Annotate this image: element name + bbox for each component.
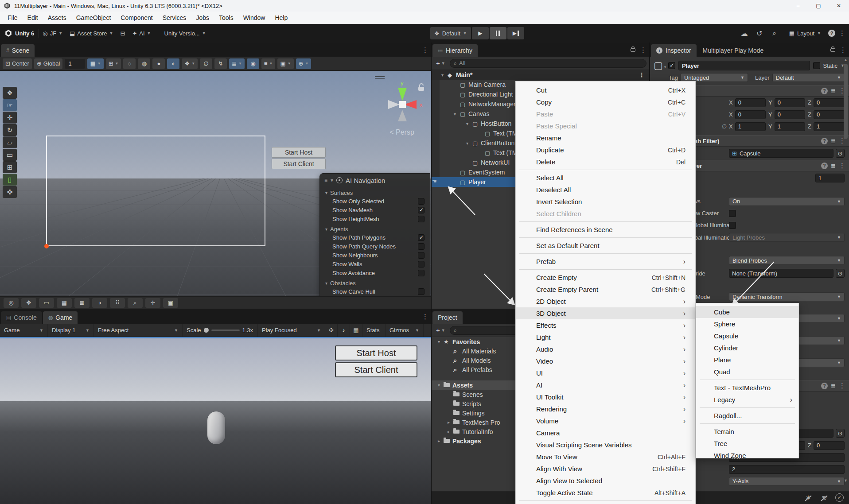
ai-nav-row[interactable]: ▾ Show Carve Hull <box>320 287 430 296</box>
ai-button[interactable]: ✦AI▼ <box>129 28 154 39</box>
context-menu-item[interactable]: Select Children › <box>516 208 695 220</box>
scene-viewport[interactable]: Start Host Start Client y x < Persp ❖☞✛↻… <box>0 71 431 309</box>
submenu-item[interactable]: Capsule › <box>696 330 798 342</box>
submenu-item[interactable]: Cube › <box>696 306 798 318</box>
ai-nav-row[interactable]: ▾ Show Neighbours <box>320 251 430 260</box>
submenu-item[interactable]: Legacy › <box>696 394 798 406</box>
ai-nav-row[interactable]: ▾ Show Only Selected <box>320 197 430 205</box>
context-menu-item[interactable]: Rename › <box>516 132 695 144</box>
ai-nav-row[interactable]: ▾ Show Avoidance <box>320 268 430 277</box>
position-z-field[interactable]: 0 <box>814 98 845 107</box>
submenu-item[interactable]: › <box>696 422 798 426</box>
context-menu-item[interactable]: AI › <box>516 379 695 391</box>
search-icon[interactable]: ⌕ <box>767 27 782 39</box>
scale-tool-icon[interactable]: ▱ <box>3 136 17 148</box>
foldout-arrow-icon[interactable] <box>438 438 444 443</box>
layer-dropdown[interactable]: Default▼ <box>772 73 845 82</box>
active-checkbox[interactable] <box>668 62 675 69</box>
tool-handle-pivot-dropdown[interactable]: ⊡Center▼ <box>3 58 32 69</box>
scrollbar-thumb[interactable] <box>844 64 848 139</box>
rotation-z-field[interactable]: 0 <box>814 110 845 119</box>
context-menu-item[interactable]: › <box>516 268 695 271</box>
unlit-mode-icon[interactable]: ●▼ <box>152 58 165 69</box>
cloud-icon[interactable]: ☁ <box>737 27 752 39</box>
checkbox[interactable] <box>418 252 424 259</box>
tool-select-icon[interactable]: ❖ <box>3 87 17 99</box>
cast-shadows-dropdown[interactable]: On▼ <box>729 197 845 206</box>
hierarchy-search-input[interactable]: ⌕All <box>450 59 646 68</box>
camera-grid-icon[interactable]: ▦ <box>57 298 72 308</box>
direction-dropdown[interactable]: Y-Axis▼ <box>729 477 845 486</box>
checkbox[interactable] <box>418 288 424 295</box>
transform-tool-icon[interactable]: ⊞ <box>3 161 17 173</box>
context-menu-item[interactable]: Paste Ctrl+V › <box>516 108 695 120</box>
context-menu-item[interactable]: Video › <box>516 355 695 367</box>
ai-nav-row[interactable]: ▾ Show Path Query Nodes <box>320 242 430 251</box>
mesh-object-field[interactable]: ⊞Capsule <box>729 149 833 158</box>
foldout-arrow-icon[interactable] <box>441 73 448 78</box>
ai-nav-row[interactable]: ▾ Show Walls <box>320 260 430 268</box>
shaded-mode-icon[interactable]: ◌▼ <box>123 58 136 69</box>
submenu-item[interactable]: Ragdoll... › <box>696 410 798 422</box>
context-menu-item[interactable]: Delete Del › <box>516 156 695 168</box>
tab-inspector[interactable]: Inspector <box>651 44 697 57</box>
frame-crop-icon[interactable]: ▭ <box>39 298 54 308</box>
game-start-client-button[interactable]: Start Client <box>335 362 417 377</box>
submenu-item[interactable]: Wind Zone › <box>696 450 798 461</box>
step-button[interactable]: ▶ <box>507 27 524 39</box>
presets-icon[interactable]: ≣ <box>831 383 836 389</box>
lock-icon[interactable] <box>631 48 635 52</box>
context-menu-item[interactable]: Rendering › <box>516 403 695 415</box>
game-kebab-icon[interactable]: ⋮ <box>422 313 428 321</box>
ai-navigation-tool-icon[interactable]: ▯ <box>3 174 17 186</box>
debug-icon[interactable]: ✣ <box>325 324 338 337</box>
scene-visibility-icon[interactable]: ◉▼ <box>247 58 259 69</box>
pause-button[interactable] <box>490 27 506 39</box>
zoom-icon[interactable]: ⌕ <box>128 298 143 308</box>
play-button[interactable]: ▶ <box>472 27 489 39</box>
context-menu-item[interactable]: Camera › <box>516 427 695 439</box>
gizmos-dropdown[interactable]: Gizmos▼ <box>386 324 424 337</box>
inspector-scrollbar[interactable]: ▲ ▼ <box>843 58 849 490</box>
height-field[interactable]: 2 <box>729 465 845 474</box>
presets-icon[interactable]: ≣ <box>831 88 836 94</box>
menubar-item[interactable]: Jobs <box>191 12 214 24</box>
context-menu-item[interactable]: › <box>516 499 695 503</box>
static-shadow-caster-checkbox[interactable] <box>729 210 736 217</box>
context-menu-item[interactable]: Create Empty Ctrl+Shift+N › <box>516 271 695 283</box>
submenu-item[interactable]: › <box>696 406 798 410</box>
context-menu-item[interactable]: Align With View Ctrl+Shift+F › <box>516 463 695 475</box>
tab-hierarchy[interactable]: ≔Hierarchy <box>432 44 478 57</box>
submenu-item[interactable]: Quad › <box>696 366 798 378</box>
context-menu-item[interactable]: Audio › <box>516 343 695 355</box>
scale-z-field[interactable]: 1 <box>814 122 845 131</box>
game-start-host-button[interactable]: Start Host <box>335 345 417 361</box>
tool-handle-rotation-dropdown[interactable]: ⊕Global▼ <box>34 58 62 69</box>
inspector-kebab-icon[interactable]: ⋮ <box>840 46 846 54</box>
display-target-dropdown[interactable]: Game▼ <box>0 324 48 337</box>
checkbox[interactable] <box>418 198 424 205</box>
center-z-field[interactable]: 0 <box>814 441 845 450</box>
tab-scene[interactable]: #Scene <box>1 44 35 57</box>
context-menu-item[interactable]: Effects › <box>516 319 695 331</box>
foldout-arrow-icon[interactable] <box>466 141 472 146</box>
context-menu-item[interactable]: 3D Object › <box>516 307 695 319</box>
position-x-field[interactable]: 0 <box>735 98 766 107</box>
context-menu-item[interactable]: Copy Ctrl+C › <box>516 96 695 108</box>
layout-dropdown[interactable]: ▦Layout▼ <box>786 28 825 39</box>
presets-icon[interactable]: ≣ <box>831 138 836 144</box>
audio-mute-icon[interactable]: ∅▼ <box>200 58 212 69</box>
ai-nav-row[interactable]: ▾ Show NavMesh <box>320 205 430 214</box>
ray-tracing-mode-dropdown[interactable]: Dynamic Transform▼ <box>729 292 845 301</box>
submenu-item[interactable]: › <box>696 378 798 382</box>
checkbox[interactable] <box>418 216 424 222</box>
checkbox[interactable] <box>418 207 424 213</box>
ai-nav-row[interactable]: ▾ Show Path Polygons <box>320 233 430 242</box>
menubar-item[interactable]: File <box>3 12 23 24</box>
play-mode-config-dropdown[interactable]: ❖Default▼ <box>430 27 471 39</box>
lock-icon[interactable] <box>830 48 835 52</box>
orbit-view-icon[interactable]: ◎ <box>4 298 19 308</box>
menubar-item[interactable]: Tools <box>214 12 238 24</box>
foldout-arrow-icon[interactable] <box>466 121 472 126</box>
context-menu-item[interactable]: 2D Object › <box>516 295 695 307</box>
